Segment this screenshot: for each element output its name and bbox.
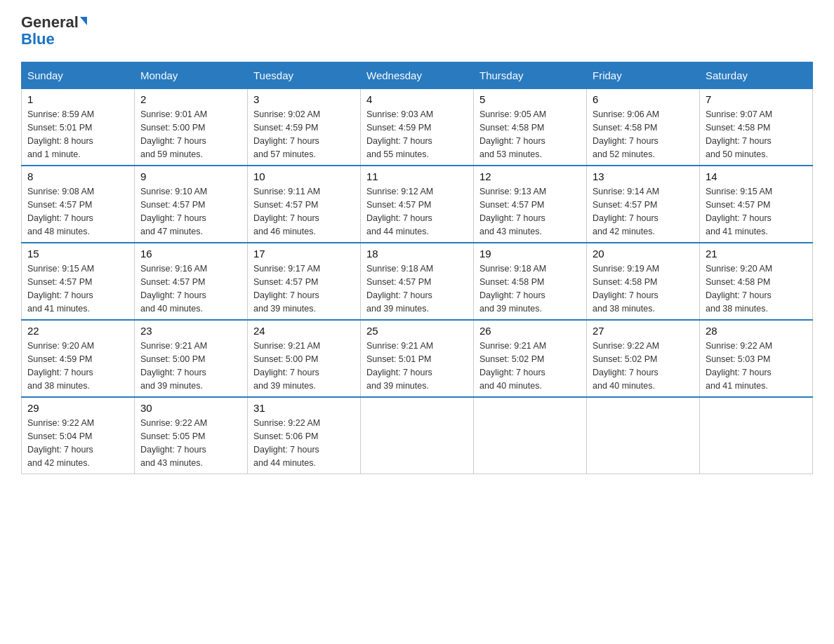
calendar-table: SundayMondayTuesdayWednesdayThursdayFrid…	[21, 62, 813, 474]
calendar-week-row: 29Sunrise: 9:22 AM Sunset: 5:04 PM Dayli…	[22, 397, 813, 474]
logo-blue: Blue	[21, 31, 55, 48]
calendar-cell	[474, 397, 587, 474]
day-info: Sunrise: 9:16 AM Sunset: 4:57 PM Dayligh…	[140, 262, 241, 315]
calendar-cell: 7Sunrise: 9:07 AM Sunset: 4:58 PM Daylig…	[700, 89, 813, 166]
calendar-week-row: 15Sunrise: 9:15 AM Sunset: 4:57 PM Dayli…	[22, 243, 813, 320]
day-number: 29	[27, 402, 128, 414]
day-number: 14	[706, 170, 807, 182]
calendar-cell: 5Sunrise: 9:05 AM Sunset: 4:58 PM Daylig…	[474, 89, 587, 166]
calendar-cell: 23Sunrise: 9:21 AM Sunset: 5:00 PM Dayli…	[135, 320, 248, 397]
calendar-week-row: 1Sunrise: 8:59 AM Sunset: 5:01 PM Daylig…	[22, 89, 813, 166]
header-wednesday: Wednesday	[361, 62, 474, 89]
day-info: Sunrise: 9:21 AM Sunset: 5:00 PM Dayligh…	[253, 340, 355, 392]
header-monday: Monday	[135, 62, 248, 89]
day-info: Sunrise: 9:15 AM Sunset: 4:57 PM Dayligh…	[706, 185, 807, 238]
calendar-header-row: SundayMondayTuesdayWednesdayThursdayFrid…	[22, 62, 813, 89]
calendar-cell: 22Sunrise: 9:20 AM Sunset: 4:59 PM Dayli…	[22, 320, 135, 397]
day-number: 21	[706, 248, 807, 260]
calendar-cell: 12Sunrise: 9:13 AM Sunset: 4:57 PM Dayli…	[474, 166, 587, 243]
calendar-cell: 3Sunrise: 9:02 AM Sunset: 4:59 PM Daylig…	[248, 89, 361, 166]
day-number: 23	[140, 325, 241, 337]
day-number: 15	[27, 248, 128, 260]
calendar-cell: 30Sunrise: 9:22 AM Sunset: 5:05 PM Dayli…	[135, 397, 248, 474]
logo-arrow-icon	[80, 17, 87, 25]
calendar-cell: 8Sunrise: 9:08 AM Sunset: 4:57 PM Daylig…	[22, 166, 135, 243]
day-number: 5	[479, 93, 581, 105]
day-number: 4	[366, 93, 468, 105]
day-number: 2	[140, 93, 241, 105]
day-number: 17	[253, 248, 355, 260]
day-info: Sunrise: 9:06 AM Sunset: 4:58 PM Dayligh…	[593, 108, 694, 161]
day-info: Sunrise: 9:22 AM Sunset: 5:05 PM Dayligh…	[140, 417, 241, 469]
day-info: Sunrise: 9:20 AM Sunset: 4:59 PM Dayligh…	[27, 340, 128, 392]
day-number: 13	[593, 170, 694, 182]
day-number: 24	[253, 325, 355, 337]
calendar-cell: 17Sunrise: 9:17 AM Sunset: 4:57 PM Dayli…	[248, 243, 361, 320]
day-number: 20	[593, 248, 694, 260]
day-number: 22	[27, 325, 128, 337]
day-number: 3	[253, 93, 355, 105]
day-info: Sunrise: 9:05 AM Sunset: 4:58 PM Dayligh…	[479, 108, 581, 161]
day-number: 16	[140, 248, 241, 260]
day-number: 19	[479, 248, 581, 260]
calendar-week-row: 22Sunrise: 9:20 AM Sunset: 4:59 PM Dayli…	[22, 320, 813, 397]
calendar-cell: 20Sunrise: 9:19 AM Sunset: 4:58 PM Dayli…	[587, 243, 700, 320]
logo-general: General	[21, 14, 79, 31]
calendar-cell: 26Sunrise: 9:21 AM Sunset: 5:02 PM Dayli…	[474, 320, 587, 397]
calendar-cell: 27Sunrise: 9:22 AM Sunset: 5:02 PM Dayli…	[587, 320, 700, 397]
day-info: Sunrise: 9:19 AM Sunset: 4:58 PM Dayligh…	[593, 262, 694, 315]
calendar-cell	[700, 397, 813, 474]
day-number: 27	[593, 325, 694, 337]
page-header: General Blue	[21, 14, 813, 48]
day-number: 8	[27, 170, 128, 182]
day-info: Sunrise: 8:59 AM Sunset: 5:01 PM Dayligh…	[27, 108, 128, 161]
calendar-cell: 2Sunrise: 9:01 AM Sunset: 5:00 PM Daylig…	[135, 89, 248, 166]
day-number: 7	[706, 93, 807, 105]
day-number: 31	[253, 402, 355, 414]
day-info: Sunrise: 9:22 AM Sunset: 5:06 PM Dayligh…	[253, 417, 355, 469]
day-info: Sunrise: 9:02 AM Sunset: 4:59 PM Dayligh…	[253, 108, 355, 161]
calendar-week-row: 8Sunrise: 9:08 AM Sunset: 4:57 PM Daylig…	[22, 166, 813, 243]
calendar-cell: 29Sunrise: 9:22 AM Sunset: 5:04 PM Dayli…	[22, 397, 135, 474]
day-number: 6	[593, 93, 694, 105]
calendar-cell: 19Sunrise: 9:18 AM Sunset: 4:58 PM Dayli…	[474, 243, 587, 320]
calendar-cell: 15Sunrise: 9:15 AM Sunset: 4:57 PM Dayli…	[22, 243, 135, 320]
day-info: Sunrise: 9:12 AM Sunset: 4:57 PM Dayligh…	[366, 185, 468, 238]
calendar-cell: 25Sunrise: 9:21 AM Sunset: 5:01 PM Dayli…	[361, 320, 474, 397]
day-number: 26	[479, 325, 581, 337]
day-info: Sunrise: 9:18 AM Sunset: 4:57 PM Dayligh…	[366, 262, 468, 315]
day-info: Sunrise: 9:14 AM Sunset: 4:57 PM Dayligh…	[593, 185, 694, 238]
calendar-cell: 24Sunrise: 9:21 AM Sunset: 5:00 PM Dayli…	[248, 320, 361, 397]
day-info: Sunrise: 9:11 AM Sunset: 4:57 PM Dayligh…	[253, 185, 355, 238]
day-info: Sunrise: 9:01 AM Sunset: 5:00 PM Dayligh…	[140, 108, 241, 161]
calendar-cell: 16Sunrise: 9:16 AM Sunset: 4:57 PM Dayli…	[135, 243, 248, 320]
day-info: Sunrise: 9:08 AM Sunset: 4:57 PM Dayligh…	[27, 185, 128, 238]
calendar-cell: 1Sunrise: 8:59 AM Sunset: 5:01 PM Daylig…	[22, 89, 135, 166]
day-info: Sunrise: 9:22 AM Sunset: 5:04 PM Dayligh…	[27, 417, 128, 469]
day-number: 12	[479, 170, 581, 182]
header-thursday: Thursday	[474, 62, 587, 89]
logo: General Blue	[21, 14, 87, 48]
day-number: 25	[366, 325, 468, 337]
day-info: Sunrise: 9:21 AM Sunset: 5:01 PM Dayligh…	[366, 340, 468, 392]
calendar-cell: 21Sunrise: 9:20 AM Sunset: 4:58 PM Dayli…	[700, 243, 813, 320]
day-info: Sunrise: 9:22 AM Sunset: 5:03 PM Dayligh…	[706, 340, 807, 392]
day-info: Sunrise: 9:17 AM Sunset: 4:57 PM Dayligh…	[253, 262, 355, 315]
day-info: Sunrise: 9:18 AM Sunset: 4:58 PM Dayligh…	[479, 262, 581, 315]
day-info: Sunrise: 9:15 AM Sunset: 4:57 PM Dayligh…	[27, 262, 128, 315]
header-tuesday: Tuesday	[248, 62, 361, 89]
calendar-cell: 10Sunrise: 9:11 AM Sunset: 4:57 PM Dayli…	[248, 166, 361, 243]
day-info: Sunrise: 9:03 AM Sunset: 4:59 PM Dayligh…	[366, 108, 468, 161]
calendar-cell: 11Sunrise: 9:12 AM Sunset: 4:57 PM Dayli…	[361, 166, 474, 243]
calendar-cell	[361, 397, 474, 474]
header-friday: Friday	[587, 62, 700, 89]
day-info: Sunrise: 9:21 AM Sunset: 5:02 PM Dayligh…	[479, 340, 581, 392]
calendar-cell: 14Sunrise: 9:15 AM Sunset: 4:57 PM Dayli…	[700, 166, 813, 243]
calendar-cell: 31Sunrise: 9:22 AM Sunset: 5:06 PM Dayli…	[248, 397, 361, 474]
header-sunday: Sunday	[22, 62, 135, 89]
day-info: Sunrise: 9:22 AM Sunset: 5:02 PM Dayligh…	[593, 340, 694, 392]
calendar-cell: 18Sunrise: 9:18 AM Sunset: 4:57 PM Dayli…	[361, 243, 474, 320]
header-saturday: Saturday	[700, 62, 813, 89]
day-info: Sunrise: 9:13 AM Sunset: 4:57 PM Dayligh…	[479, 185, 581, 238]
day-info: Sunrise: 9:21 AM Sunset: 5:00 PM Dayligh…	[140, 340, 241, 392]
